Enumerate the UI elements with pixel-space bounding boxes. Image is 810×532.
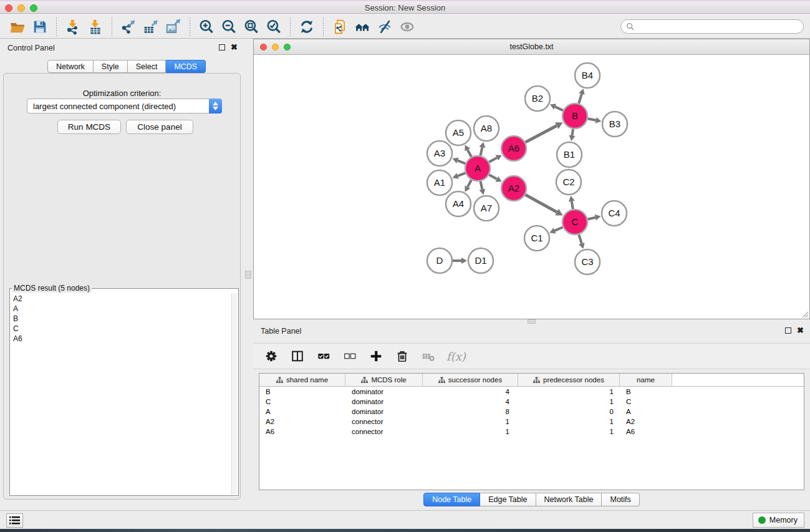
graph-edge[interactable]: [480, 147, 482, 155]
graph-edge[interactable]: [489, 158, 496, 162]
graph-node-D1[interactable]: [468, 248, 493, 273]
network-window-titlebar[interactable]: testGlobe.txt: [254, 39, 809, 55]
column-header-shared-name[interactable]: shared name: [259, 374, 345, 386]
graph-node-B1[interactable]: [557, 142, 582, 167]
close-panel-button[interactable]: Close panel: [126, 120, 193, 134]
graph-node-B4[interactable]: [575, 63, 600, 88]
tab-select[interactable]: Select: [128, 60, 166, 73]
graph-node-A6[interactable]: [501, 136, 526, 161]
column-visibility-button[interactable]: [289, 348, 306, 364]
deselect-all-button[interactable]: [342, 348, 358, 364]
open-session-button[interactable]: [6, 16, 29, 37]
import-table-button[interactable]: [84, 16, 107, 37]
graph-node-C1[interactable]: [524, 226, 549, 251]
graph-edge[interactable]: [588, 118, 596, 120]
zoom-in-button[interactable]: [195, 16, 218, 37]
tab-motifs[interactable]: Motifs: [602, 493, 639, 506]
graph-node-D[interactable]: [427, 248, 452, 273]
graph-node-A8[interactable]: [474, 116, 499, 141]
result-item[interactable]: A6: [11, 334, 231, 344]
task-list-button[interactable]: [6, 513, 23, 528]
graph-node-C3[interactable]: [575, 249, 600, 274]
graph-node-A5[interactable]: [446, 120, 471, 145]
graph-edge[interactable]: [525, 195, 557, 212]
hide-details-button[interactable]: [374, 16, 396, 37]
tab-mcds[interactable]: MCDS: [166, 60, 206, 73]
table-row[interactable]: B dominator 4 1 B: [259, 387, 804, 397]
table-row[interactable]: A dominator 8 0 A: [259, 407, 804, 417]
graph-edge[interactable]: [468, 180, 471, 186]
tab-network-table[interactable]: Network Table: [536, 493, 602, 506]
graph-node-B2[interactable]: [525, 86, 550, 111]
graph-edge[interactable]: [526, 125, 557, 142]
import-network-button[interactable]: [62, 16, 84, 37]
column-header-predecessor-nodes[interactable]: predecessor nodes: [518, 374, 620, 386]
graph-edge[interactable]: [458, 173, 465, 176]
graph-node-A1[interactable]: [427, 170, 452, 195]
search-input[interactable]: [637, 22, 798, 31]
graph-edge[interactable]: [480, 181, 482, 190]
float-panel-icon[interactable]: [785, 327, 791, 334]
optimization-criterion-dropdown[interactable]: largest connected component (directed): [27, 99, 222, 114]
result-scrollbar[interactable]: [231, 293, 238, 495]
memory-button[interactable]: Memory: [753, 513, 804, 528]
graph-edge[interactable]: [572, 129, 573, 136]
graph-node-C2[interactable]: [556, 170, 581, 195]
close-panel-icon[interactable]: ✖: [231, 44, 238, 51]
graph-node-A4[interactable]: [446, 191, 471, 216]
settings-gear-button[interactable]: [263, 348, 279, 364]
export-image-button[interactable]: [162, 16, 185, 37]
result-item[interactable]: A: [11, 304, 231, 314]
graph-edge[interactable]: [555, 227, 563, 231]
result-item[interactable]: C: [11, 324, 231, 334]
graph-node-C[interactable]: [562, 210, 587, 235]
table-row[interactable]: A6 connector 1 1 A6: [259, 427, 804, 437]
tab-edge-table[interactable]: Edge Table: [480, 493, 536, 506]
zoom-selected-button[interactable]: [263, 16, 285, 37]
float-panel-icon[interactable]: [219, 44, 225, 51]
graph-edge[interactable]: [579, 235, 581, 243]
graph-edge[interactable]: [587, 218, 595, 220]
column-header-successor-nodes[interactable]: successor nodes: [423, 374, 518, 386]
result-item[interactable]: A2: [11, 294, 231, 304]
close-panel-icon[interactable]: ✖: [797, 327, 804, 334]
tab-style[interactable]: Style: [94, 60, 128, 73]
graph-edge[interactable]: [572, 201, 573, 210]
graph-node-A3[interactable]: [427, 141, 452, 166]
delete-column-button[interactable]: [394, 348, 410, 364]
function-builder-button[interactable]: f(x): [446, 350, 466, 363]
table-row[interactable]: A2 connector 1 1 A2: [259, 417, 804, 427]
column-header-name[interactable]: name: [620, 374, 672, 386]
column-header-mcds-role[interactable]: MCDS role: [345, 374, 423, 386]
graph-edge[interactable]: [555, 107, 563, 110]
graph-node-C4[interactable]: [602, 201, 627, 226]
split-divider-handle[interactable]: [245, 271, 251, 279]
tab-node-table[interactable]: Node Table: [423, 493, 480, 506]
select-all-button[interactable]: [316, 348, 332, 364]
refresh-button[interactable]: [296, 16, 318, 37]
split-divider-handle[interactable]: [528, 319, 536, 324]
result-item[interactable]: B: [11, 314, 231, 324]
show-details-button[interactable]: [396, 16, 418, 37]
graph-node-B3[interactable]: [602, 112, 627, 137]
tab-network[interactable]: Network: [47, 60, 94, 73]
graph-edge[interactable]: [458, 160, 466, 163]
graph-edge[interactable]: [579, 94, 582, 104]
zoom-fit-button[interactable]: [240, 16, 263, 37]
delete-table-button[interactable]: [420, 348, 436, 364]
network-canvas[interactable]: B4B2BB3A8A5A6A3B1AC2A1A2A4A7C4CC1C3DD1: [254, 55, 809, 319]
run-mcds-button[interactable]: Run MCDS: [57, 120, 121, 134]
add-column-button[interactable]: [368, 348, 384, 364]
clone-network-button[interactable]: [329, 16, 351, 37]
graph-node-A2[interactable]: [501, 176, 526, 201]
graph-node-B[interactable]: [562, 104, 587, 128]
graph-node-A[interactable]: [465, 156, 490, 181]
table-row[interactable]: C dominator 4 1 C: [259, 397, 804, 407]
export-table-button[interactable]: [140, 16, 162, 37]
graph-edge[interactable]: [468, 150, 471, 157]
homes-button[interactable]: [351, 16, 374, 37]
zoom-out-button[interactable]: [218, 16, 240, 37]
save-session-button[interactable]: [29, 16, 51, 37]
graph-edge[interactable]: [489, 175, 496, 179]
export-network-button[interactable]: [117, 16, 140, 37]
